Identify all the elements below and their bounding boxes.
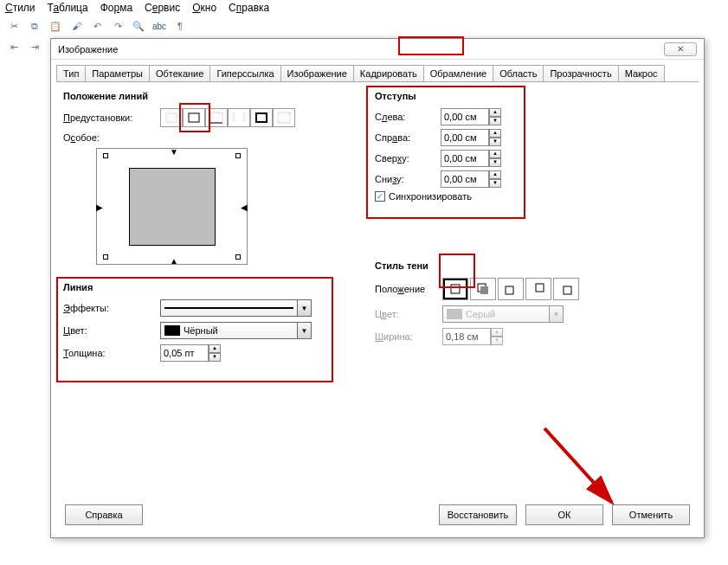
width-input[interactable]: [160, 344, 209, 362]
chevron-down-icon: ▼: [549, 306, 563, 322]
tab-borders[interactable]: Обрамление: [423, 65, 494, 81]
spin-up-icon[interactable]: ▲: [489, 108, 501, 117]
spacing-bottom-spin[interactable]: ▲▼: [441, 170, 501, 188]
arrow-top-icon: ▼: [170, 147, 178, 157]
pilcrow-icon[interactable]: ¶: [171, 17, 189, 35]
help-button[interactable]: Справка: [65, 504, 143, 525]
shadow-width-input: [442, 328, 491, 345]
menu-help[interactable]: Справка: [229, 2, 269, 14]
ok-button[interactable]: ОК: [525, 504, 603, 525]
sync-checkbox[interactable]: ✓ Синхронизировать: [375, 191, 678, 202]
spin-down-icon[interactable]: ▼: [209, 353, 221, 362]
tab-area[interactable]: Область: [493, 65, 544, 81]
copy-icon[interactable]: ⧉: [26, 17, 43, 35]
shadow-tr[interactable]: [498, 278, 524, 300]
image-dialog: Изображение ✕ Тип Параметры Обтекание Ги…: [50, 38, 705, 538]
restore-button[interactable]: Восстановить: [439, 504, 517, 525]
preset-outline[interactable]: [205, 108, 228, 127]
menu-form[interactable]: Форма: [100, 2, 132, 14]
tab-macro[interactable]: Макрос: [618, 65, 665, 81]
shadow-tl[interactable]: [553, 278, 579, 300]
handle-tr[interactable]: [235, 153, 241, 158]
dialog-content: Положение линий Предустановки:: [51, 82, 704, 376]
menu-window[interactable]: Окно: [192, 2, 216, 14]
menubar: Стили Таблица Форма Сервис Окно Справка: [0, 0, 728, 16]
shadow-width-spin: ▲▼: [442, 328, 503, 345]
tab-image[interactable]: Изображение: [280, 65, 354, 81]
spin-down-icon[interactable]: ▼: [489, 158, 501, 167]
spin-down-icon[interactable]: ▼: [489, 138, 501, 146]
shadow-br[interactable]: [470, 278, 496, 300]
spacing-left-input[interactable]: [441, 108, 489, 125]
menu-service[interactable]: Сервис: [145, 2, 180, 14]
menu-table[interactable]: Таблица: [48, 2, 88, 14]
width-spin[interactable]: ▲ ▼: [160, 344, 221, 362]
tab-type[interactable]: Тип: [56, 65, 86, 81]
shadow-color-combo: Серый ▼: [442, 305, 564, 323]
spacing-right-spin[interactable]: ▲▼: [441, 129, 501, 146]
spin-up-icon[interactable]: ▲: [489, 150, 501, 158]
indent-right-icon[interactable]: ⇥: [26, 38, 43, 55]
tab-hyperlink[interactable]: Гиперссылка: [209, 65, 280, 81]
preset-boxthick[interactable]: [250, 108, 273, 127]
spacing-left-spin[interactable]: ▲▼: [441, 108, 501, 125]
svg-rect-7: [278, 112, 290, 123]
arrow-right-icon: ◀: [241, 202, 248, 212]
spin-up-icon[interactable]: ▲: [209, 344, 221, 353]
tab-params[interactable]: Параметры: [85, 65, 150, 81]
shadow-bl[interactable]: [525, 278, 551, 300]
preset-full[interactable]: [273, 108, 295, 127]
spin-down-icon[interactable]: ▼: [489, 179, 501, 188]
shadow-color-label: Цвет:: [375, 309, 442, 319]
shadow-width-label: Ширина:: [375, 331, 442, 342]
tab-crop[interactable]: Кадрировать: [353, 65, 424, 81]
preset-sides[interactable]: [228, 108, 250, 127]
tab-transparency[interactable]: Прозрачность: [543, 65, 618, 81]
spin-up-icon[interactable]: ▲: [489, 170, 501, 179]
dialog-title: Изображение: [58, 44, 118, 55]
dialog-buttons: Справка Восстановить ОК Отменить: [51, 504, 704, 525]
color-label: Цвет:: [63, 325, 160, 336]
cut-icon[interactable]: ✂: [5, 17, 23, 35]
checkbox-checked-icon: ✓: [375, 191, 385, 202]
chevron-down-icon[interactable]: ▼: [297, 300, 311, 316]
spacing-bottom-input[interactable]: [441, 170, 489, 188]
format-paint-icon[interactable]: 🖌: [68, 17, 85, 35]
svg-rect-12: [536, 284, 544, 292]
shadow-none[interactable]: [442, 278, 468, 300]
spacing-top-input[interactable]: [441, 150, 489, 167]
menu-styles[interactable]: Стили: [5, 2, 35, 14]
width-label: Толщина:: [63, 348, 160, 358]
close-button[interactable]: ✕: [664, 42, 697, 56]
tab-wrap[interactable]: Обтекание: [149, 65, 210, 81]
spin-up-icon[interactable]: ▲: [489, 129, 501, 138]
handle-bl[interactable]: [103, 254, 108, 260]
spacing-title: Отступы: [375, 91, 678, 101]
spacing-top-spin[interactable]: ▲▼: [441, 150, 501, 167]
presets-label: Предустановки:: [63, 112, 160, 123]
preset-none[interactable]: [160, 108, 183, 127]
cancel-button[interactable]: Отменить: [612, 504, 690, 525]
spin-down-icon: ▼: [491, 337, 503, 345]
redo-icon[interactable]: ↷: [109, 17, 126, 35]
spacing-right-input[interactable]: [441, 129, 489, 146]
chevron-down-icon[interactable]: ▼: [297, 323, 311, 338]
svg-rect-2: [210, 112, 222, 123]
arrow-left-icon: ▶: [96, 202, 103, 212]
undo-icon[interactable]: ↶: [88, 17, 106, 35]
svg-line-14: [544, 428, 612, 503]
tab-bar: Тип Параметры Обтекание Гиперссылка Изоб…: [56, 65, 699, 82]
svg-rect-8: [451, 285, 460, 293]
paste-icon[interactable]: 📋: [47, 17, 64, 35]
spin-down-icon[interactable]: ▼: [489, 117, 501, 125]
svg-rect-11: [506, 286, 513, 294]
handle-tl[interactable]: [103, 153, 108, 158]
spellcheck-icon[interactable]: abc: [151, 17, 168, 35]
handle-br[interactable]: [235, 254, 241, 260]
color-combo[interactable]: Чёрный ▼: [160, 322, 312, 339]
effects-combo[interactable]: ▼: [160, 299, 312, 317]
indent-left-icon[interactable]: ⇤: [5, 38, 23, 55]
special-preview[interactable]: ▼ ▲ ▶ ◀: [96, 148, 248, 265]
find-icon[interactable]: 🔍: [130, 17, 147, 35]
preset-box[interactable]: [183, 108, 205, 127]
